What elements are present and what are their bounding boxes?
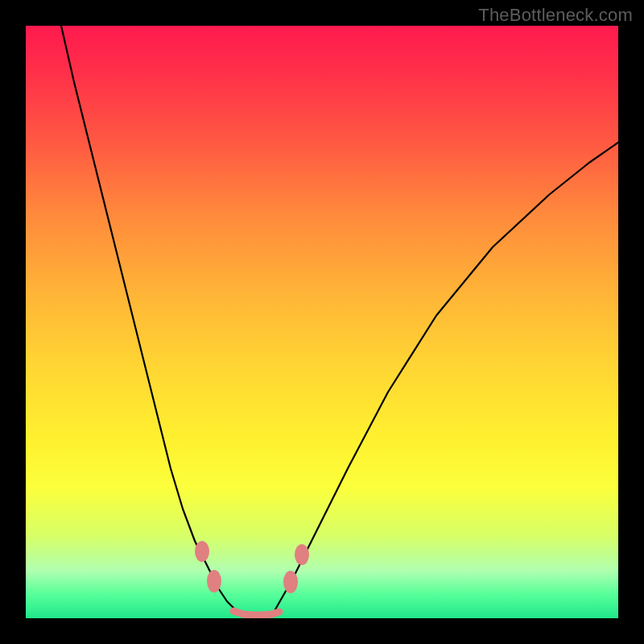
right-marker-lower: [283, 571, 298, 593]
watermark-text: TheBottleneck.com: [478, 5, 633, 26]
valley-floor: [233, 611, 279, 615]
chart-svg: [26, 26, 618, 618]
left-branch: [61, 26, 235, 609]
markers: [195, 541, 309, 593]
chart-frame: TheBottleneck.com: [0, 0, 644, 644]
curve-right: [275, 142, 618, 609]
chart-plot-area: [26, 26, 618, 618]
curve-left: [61, 26, 235, 609]
valley-floor: [233, 611, 279, 615]
right-branch: [275, 142, 618, 609]
right-marker-upper: [295, 544, 309, 565]
left-marker-upper: [195, 541, 209, 562]
left-marker-lower: [207, 570, 221, 592]
